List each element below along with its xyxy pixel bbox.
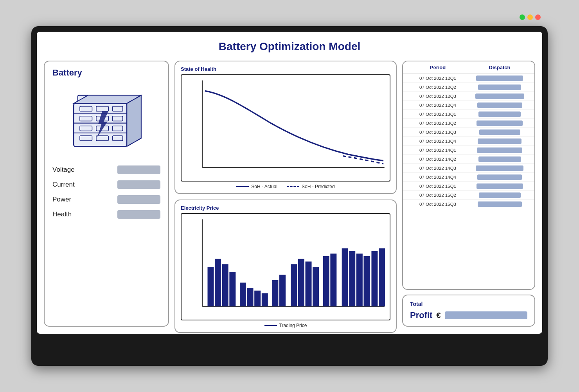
svg-rect-29 (222, 264, 228, 306)
stat-label-current: Current (52, 181, 75, 189)
svg-rect-28 (215, 259, 221, 307)
svg-rect-32 (247, 288, 254, 306)
middle-panel: State of Health (174, 61, 397, 327)
dispatch-row: 07 Oct 2022 12Q2 (403, 83, 534, 92)
dispatch-row: 07 Oct 2022 12Q4 (403, 101, 534, 110)
dispatch-bar (476, 165, 523, 171)
monitor: Battery Optimization Model Battery (31, 26, 548, 366)
traffic-light-yellow[interactable] (527, 14, 533, 20)
svg-rect-41 (323, 256, 329, 306)
dispatch-row: 07 Oct 2022 12Q1 (403, 74, 534, 83)
stat-bar-current (117, 180, 160, 189)
dispatch-period: 07 Oct 2022 12Q2 (407, 85, 469, 90)
traffic-light-green[interactable] (520, 14, 525, 20)
dispatch-bar (478, 201, 522, 207)
svg-rect-42 (330, 254, 336, 306)
dispatch-period: 07 Oct 2022 14Q3 (407, 166, 469, 171)
stat-bar-health (117, 210, 160, 219)
dispatch-period: 07 Oct 2022 15Q1 (407, 184, 469, 189)
dispatch-bar (478, 156, 521, 162)
svg-rect-46 (364, 256, 370, 306)
svg-rect-35 (272, 280, 278, 307)
dispatch-row: 07 Oct 2022 14Q2 (403, 155, 534, 164)
svg-rect-7 (74, 103, 127, 146)
battery-icon-wrap (52, 83, 160, 153)
stat-label-power: Power (52, 196, 71, 203)
dispatch-period: 07 Oct 2022 13Q3 (407, 130, 469, 135)
dispatch-row: 07 Oct 2022 15Q1 (403, 182, 534, 191)
svg-rect-27 (208, 267, 214, 306)
dispatch-row: 07 Oct 2022 15Q2 (403, 191, 534, 200)
dispatch-bar (478, 138, 521, 144)
battery-stats: Voltage Current Power Health (52, 165, 160, 219)
dispatch-period: 07 Oct 2022 13Q1 (407, 112, 469, 117)
battery-panel-title: Battery (52, 68, 82, 78)
dispatch-period: 07 Oct 2022 14Q2 (407, 157, 469, 162)
dispatch-bar-wrap (469, 147, 530, 153)
dispatch-period: 07 Oct 2022 12Q3 (407, 94, 469, 99)
profit-currency: € (436, 311, 441, 320)
svg-rect-44 (349, 251, 355, 307)
svg-rect-31 (240, 283, 246, 307)
dispatch-row: 07 Oct 2022 13Q4 (403, 137, 534, 146)
dispatch-row: 07 Oct 2022 13Q2 (403, 119, 534, 128)
dispatch-row: 07 Oct 2022 13Q1 (403, 110, 534, 119)
price-chart-card: Electricity Price (174, 200, 397, 333)
stat-bar-voltage (117, 165, 160, 174)
dispatch-bar-wrap (469, 192, 530, 198)
dispatch-bar (479, 129, 520, 135)
svg-rect-39 (306, 262, 312, 307)
svg-rect-37 (291, 264, 297, 306)
svg-rect-40 (313, 267, 319, 306)
soh-chart-card: State of Health (174, 61, 397, 194)
dispatch-bar-wrap (469, 183, 530, 189)
traffic-light-red[interactable] (535, 14, 541, 20)
stat-row-power: Power (52, 195, 160, 204)
stat-bar-power (117, 195, 160, 204)
stat-label-health: Health (52, 210, 72, 218)
dispatch-bar-wrap (469, 85, 530, 90)
soh-chart-svg (182, 75, 390, 181)
dispatch-row: 07 Oct 2022 14Q3 (403, 164, 534, 173)
dispatch-period: 07 Oct 2022 12Q1 (407, 76, 469, 81)
dispatch-col-period: Period (407, 65, 469, 70)
dispatch-bar (476, 76, 523, 81)
svg-rect-43 (342, 248, 348, 307)
legend-trading-price: Trading Price (264, 323, 307, 328)
svg-rect-34 (262, 293, 268, 307)
dispatch-period: 07 Oct 2022 14Q1 (407, 148, 469, 153)
page-title: Battery Optimization Model (44, 39, 535, 54)
stat-row-current: Current (52, 180, 160, 189)
dispatch-bar-wrap (469, 129, 530, 135)
svg-rect-38 (298, 259, 304, 307)
svg-rect-33 (254, 291, 261, 307)
profit-total-label: Total (410, 301, 527, 307)
dispatch-bar (478, 111, 521, 117)
dispatch-bar (478, 85, 521, 90)
legend-line-actual (236, 186, 249, 187)
dispatch-bar (477, 120, 523, 126)
legend-label-trading: Trading Price (279, 323, 307, 328)
dispatch-bar (477, 147, 522, 153)
battery-panel: Battery (44, 61, 169, 327)
dispatch-bar (477, 183, 523, 189)
stat-row-voltage: Voltage (52, 165, 160, 174)
svg-rect-45 (356, 254, 363, 306)
legend-line-trading (264, 325, 277, 326)
dispatch-bar-wrap (469, 174, 530, 180)
dispatch-bar-wrap (469, 156, 530, 162)
legend-line-predicted (287, 186, 299, 187)
legend-label-predicted: SoH - Predicted (302, 184, 335, 189)
dispatch-bar-wrap (469, 120, 530, 126)
soh-legend: SoH - Actual SoH - Predicted (181, 184, 390, 189)
dispatch-row: 07 Oct 2022 14Q4 (403, 173, 534, 182)
dispatch-period: 07 Oct 2022 13Q4 (407, 139, 469, 144)
stat-row-health: Health (52, 210, 160, 219)
svg-rect-36 (279, 275, 286, 306)
dispatch-period: 07 Oct 2022 13Q2 (407, 121, 469, 126)
svg-rect-30 (229, 272, 236, 307)
profit-value-bar (445, 311, 527, 319)
monitor-stand (274, 334, 305, 357)
dispatch-period: 07 Oct 2022 12Q4 (407, 103, 469, 108)
svg-rect-48 (379, 248, 385, 307)
